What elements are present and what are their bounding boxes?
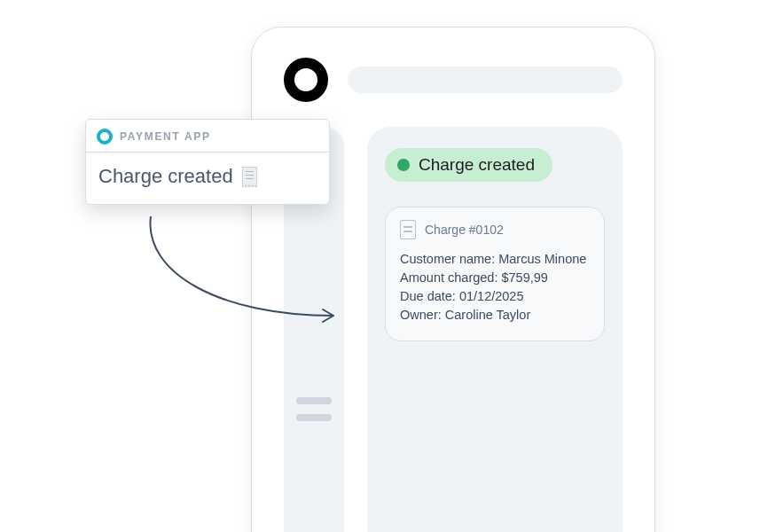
field-value: $759,99 (501, 270, 547, 285)
app-window: Charge created Charge #0102 Customer nam… (251, 27, 655, 532)
field-value: 01/12/2025 (459, 289, 524, 303)
field-label: Amount charged: (400, 270, 498, 285)
field-value: Marcus Minone (498, 252, 586, 266)
field-due-date: Due date: 01/12/2025 (400, 287, 590, 306)
field-amount-charged: Amount charged: $759,99 (400, 269, 590, 287)
notification-app-icon (97, 129, 113, 145)
notification-title: Charge created (98, 165, 233, 188)
charge-card-header: Charge #0102 (400, 220, 590, 239)
receipt-icon (242, 167, 257, 187)
document-icon (400, 220, 416, 239)
status-pill: Charge created (385, 148, 552, 182)
field-customer-name: Customer name: Marcus Minone (400, 250, 590, 269)
field-value: Caroline Taylor (445, 308, 530, 322)
status-label: Charge created (419, 155, 535, 175)
illustration-stage: Charge created Charge #0102 Customer nam… (0, 0, 760, 532)
charge-card: Charge #0102 Customer name: Marcus Minon… (385, 207, 605, 341)
field-label: Customer name: (400, 252, 495, 266)
notification-header: PAYMENT APP (86, 120, 329, 153)
app-header (284, 58, 623, 102)
notification-app-name: PAYMENT APP (120, 130, 211, 143)
app-body: Charge created Charge #0102 Customer nam… (284, 127, 623, 532)
main-panel: Charge created Charge #0102 Customer nam… (367, 127, 623, 532)
sidebar-item-placeholder (296, 414, 332, 421)
charge-card-title: Charge #0102 (425, 221, 504, 239)
sidebar-item-placeholder (296, 397, 332, 404)
notification-toast[interactable]: PAYMENT APP Charge created (85, 119, 330, 205)
field-owner: Owner: Caroline Taylor (400, 306, 590, 325)
field-label: Due date: (400, 289, 456, 303)
status-dot-icon (397, 159, 410, 171)
notification-body: Charge created (86, 153, 329, 204)
app-logo-icon (284, 58, 328, 102)
header-search-placeholder (348, 66, 623, 93)
field-label: Owner: (400, 308, 442, 322)
